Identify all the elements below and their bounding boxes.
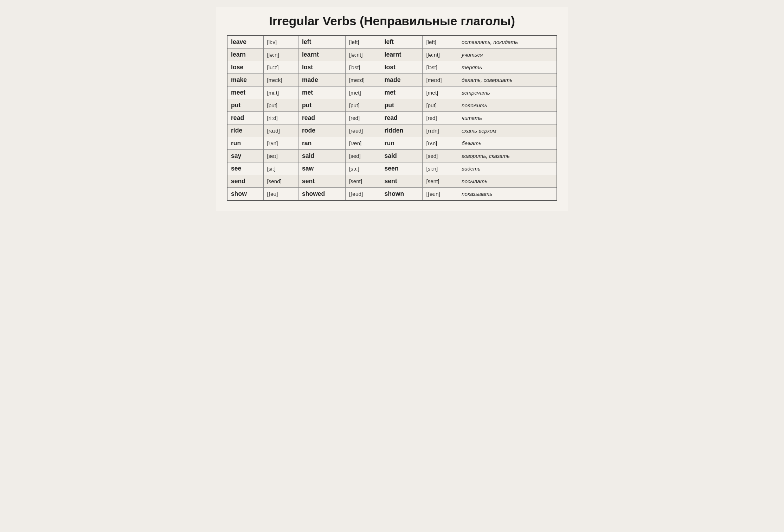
verb-past-simple-ipa: [sɔː] bbox=[345, 162, 381, 175]
verb-base: send bbox=[227, 175, 263, 188]
verb-translation: встречать bbox=[458, 86, 557, 99]
verb-past-simple: lost bbox=[298, 61, 345, 74]
verb-past-simple-ipa: [left] bbox=[345, 36, 381, 49]
verb-past-simple-ipa: [lɔst] bbox=[345, 61, 381, 74]
verb-past-simple-ipa: [ləːnt] bbox=[345, 49, 381, 61]
verb-past-participle: said bbox=[381, 150, 423, 162]
table-row: lose [luːz] lost [lɔst] lost [lɔst] теря… bbox=[227, 61, 557, 74]
verb-past-simple-ipa: [sed] bbox=[345, 150, 381, 162]
verb-translation: ехать верхом bbox=[458, 124, 557, 137]
verb-past-participle: made bbox=[381, 74, 423, 86]
table-row: ride [raɪd] rode [rəud] ridden [rɪdn] ех… bbox=[227, 124, 557, 137]
verb-base-ipa: [ləːn] bbox=[263, 49, 298, 61]
table-row: send [send] sent [sent] sent [sent] посы… bbox=[227, 175, 557, 188]
table-row: make [meɪk] made [meɪd] made [meɪd] дела… bbox=[227, 74, 557, 86]
table-row: learn [ləːn] learnt [ləːnt] learnt [ləːn… bbox=[227, 49, 557, 61]
verb-past-simple: said bbox=[298, 150, 345, 162]
verb-past-simple-ipa: [rəud] bbox=[345, 124, 381, 137]
verb-base-ipa: [luːz] bbox=[263, 61, 298, 74]
verb-base-ipa: [rʌn] bbox=[263, 137, 298, 150]
verb-past-simple-ipa: [met] bbox=[345, 86, 381, 99]
verb-base: leave bbox=[227, 36, 263, 49]
verb-translation: посылать bbox=[458, 175, 557, 188]
verb-past-participle-ipa: [met] bbox=[423, 86, 458, 99]
verb-base: show bbox=[227, 188, 263, 201]
verb-base-ipa: [meɪk] bbox=[263, 74, 298, 86]
table-row: read [riːd] read [red] read [red] читать bbox=[227, 112, 557, 124]
verb-translation: бежать bbox=[458, 137, 557, 150]
verb-past-simple: saw bbox=[298, 162, 345, 175]
verb-base: put bbox=[227, 99, 263, 112]
table-row: put [put] put [put] put [put] положить bbox=[227, 99, 557, 112]
verb-translation: показывать bbox=[458, 188, 557, 201]
table-row: say [seɪ] said [sed] said [sed] говорить… bbox=[227, 150, 557, 162]
verb-translation: учиться bbox=[458, 49, 557, 61]
verb-past-simple: read bbox=[298, 112, 345, 124]
verb-past-simple: showed bbox=[298, 188, 345, 201]
verb-past-participle-ipa: [left] bbox=[423, 36, 458, 49]
verb-base-ipa: [put] bbox=[263, 99, 298, 112]
verb-translation: делать, совершать bbox=[458, 74, 557, 86]
verb-base-ipa: [ʃəu] bbox=[263, 188, 298, 201]
verb-base: ride bbox=[227, 124, 263, 137]
verb-base: make bbox=[227, 74, 263, 86]
verb-past-participle-ipa: [sed] bbox=[423, 150, 458, 162]
verb-past-participle: put bbox=[381, 99, 423, 112]
page-title: Irregular Verbs (Неправильные глаголы) bbox=[227, 14, 557, 28]
verb-past-simple: left bbox=[298, 36, 345, 49]
table-row: run [rʌn] ran [ræn] run [rʌn] бежать bbox=[227, 137, 557, 150]
verb-base: say bbox=[227, 150, 263, 162]
verb-past-participle-ipa: [rʌn] bbox=[423, 137, 458, 150]
verb-base-ipa: [send] bbox=[263, 175, 298, 188]
verb-past-participle-ipa: [rɪdn] bbox=[423, 124, 458, 137]
verb-base-ipa: [seɪ] bbox=[263, 150, 298, 162]
verb-past-participle: learnt bbox=[381, 49, 423, 61]
verb-past-participle-ipa: [ləːnt] bbox=[423, 49, 458, 61]
verb-past-simple: learnt bbox=[298, 49, 345, 61]
verb-past-participle: ridden bbox=[381, 124, 423, 137]
verb-translation: положить bbox=[458, 99, 557, 112]
verb-past-participle: run bbox=[381, 137, 423, 150]
verb-past-simple-ipa: [meɪd] bbox=[345, 74, 381, 86]
verb-past-simple: ran bbox=[298, 137, 345, 150]
verb-base-ipa: [raɪd] bbox=[263, 124, 298, 137]
verb-past-participle: sent bbox=[381, 175, 423, 188]
verb-past-participle-ipa: [ʃəun] bbox=[423, 188, 458, 201]
verb-past-participle-ipa: [meɪd] bbox=[423, 74, 458, 86]
verb-past-participle: met bbox=[381, 86, 423, 99]
verb-past-participle: read bbox=[381, 112, 423, 124]
page-container: Irregular Verbs (Неправильные глаголы) l… bbox=[216, 7, 568, 211]
table-row: see [siː] saw [sɔː] seen [siːn] видеть bbox=[227, 162, 557, 175]
verb-base-ipa: [riːd] bbox=[263, 112, 298, 124]
verb-past-simple: rode bbox=[298, 124, 345, 137]
verb-base: meet bbox=[227, 86, 263, 99]
table-row: leave [liːv] left [left] left [left] ост… bbox=[227, 36, 557, 49]
verb-base-ipa: [liːv] bbox=[263, 36, 298, 49]
verb-past-participle: shown bbox=[381, 188, 423, 201]
verb-past-participle: seen bbox=[381, 162, 423, 175]
verb-past-simple-ipa: [put] bbox=[345, 99, 381, 112]
table-row: meet [miːt] met [met] met [met] встречат… bbox=[227, 86, 557, 99]
verb-translation: видеть bbox=[458, 162, 557, 175]
verb-base: see bbox=[227, 162, 263, 175]
verb-translation: говорить, сказать bbox=[458, 150, 557, 162]
verbs-table: leave [liːv] left [left] left [left] ост… bbox=[227, 35, 557, 201]
verb-past-participle-ipa: [lɔst] bbox=[423, 61, 458, 74]
verb-past-simple-ipa: [ʃəud] bbox=[345, 188, 381, 201]
verb-past-participle-ipa: [siːn] bbox=[423, 162, 458, 175]
verb-past-participle-ipa: [sent] bbox=[423, 175, 458, 188]
verb-base: learn bbox=[227, 49, 263, 61]
verb-past-simple: made bbox=[298, 74, 345, 86]
verb-past-simple: met bbox=[298, 86, 345, 99]
verb-past-simple: sent bbox=[298, 175, 345, 188]
verb-past-simple-ipa: [ræn] bbox=[345, 137, 381, 150]
verb-past-simple: put bbox=[298, 99, 345, 112]
verb-translation: оставлять, покидать bbox=[458, 36, 557, 49]
verb-past-participle-ipa: [red] bbox=[423, 112, 458, 124]
verb-past-participle: lost bbox=[381, 61, 423, 74]
verb-past-simple-ipa: [sent] bbox=[345, 175, 381, 188]
table-row: show [ʃəu] showed [ʃəud] shown [ʃəun] по… bbox=[227, 188, 557, 201]
verb-base: run bbox=[227, 137, 263, 150]
verb-past-simple-ipa: [red] bbox=[345, 112, 381, 124]
verb-base-ipa: [siː] bbox=[263, 162, 298, 175]
